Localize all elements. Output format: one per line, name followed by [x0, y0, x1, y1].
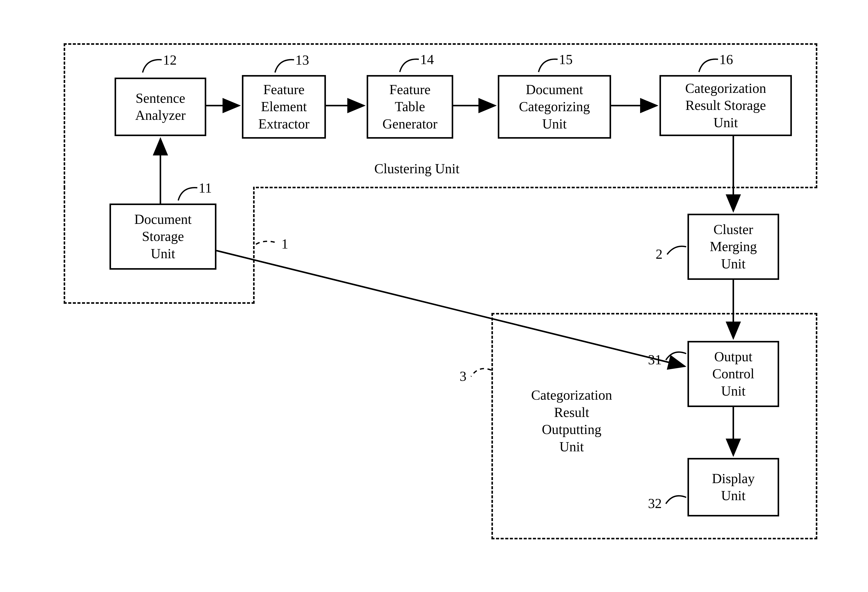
ref-3: 3	[460, 368, 466, 384]
ref-14: 14	[420, 52, 434, 68]
cluster-merging-unit-box: Cluster Merging Unit	[688, 214, 779, 280]
ref-1: 1	[281, 236, 288, 252]
feature-element-extractor-box: Feature Element Extractor	[242, 75, 326, 138]
categorization-result-storage-unit-label: Categorization Result Storage Unit	[685, 80, 766, 131]
document-storage-unit-box: Document Storage Unit	[109, 203, 216, 269]
clustering-unit-label: Clustering Unit	[374, 160, 460, 178]
ref-15: 15	[559, 52, 573, 68]
display-unit-label: Display Unit	[712, 470, 755, 505]
document-categorizing-unit-label: Document Categorizing Unit	[519, 81, 590, 133]
categorization-result-storage-unit-box: Categorization Result Storage Unit	[660, 75, 792, 136]
ref-31: 31	[648, 352, 662, 368]
ref-12: 12	[163, 52, 177, 68]
feature-table-generator-label: Feature Table Generator	[382, 81, 437, 133]
feature-element-extractor-label: Feature Element Extractor	[258, 81, 310, 133]
seam-cover	[65, 184, 253, 190]
ref-11: 11	[199, 180, 212, 196]
output-unit-label: Categorization Result Outputting Unit	[509, 387, 634, 455]
sentence-analyzer-label: Sentence Analyzer	[135, 90, 186, 124]
output-control-unit-box: Output Control Unit	[688, 341, 779, 407]
display-unit-box: Display Unit	[688, 458, 779, 517]
feature-table-generator-box: Feature Table Generator	[367, 75, 453, 138]
document-storage-unit-label: Document Storage Unit	[134, 211, 192, 262]
document-categorizing-unit-box: Document Categorizing Unit	[498, 75, 611, 138]
cluster-merging-unit-label: Cluster Merging Unit	[710, 221, 757, 273]
ref-13: 13	[295, 52, 309, 68]
sentence-analyzer-box: Sentence Analyzer	[115, 78, 206, 136]
ref-2: 2	[655, 246, 663, 262]
output-control-unit-label: Output Control Unit	[712, 348, 754, 400]
ref-16: 16	[719, 52, 733, 68]
ref-32: 32	[648, 496, 662, 511]
system-diagram: Sentence Analyzer Feature Element Extrac…	[0, 0, 868, 592]
